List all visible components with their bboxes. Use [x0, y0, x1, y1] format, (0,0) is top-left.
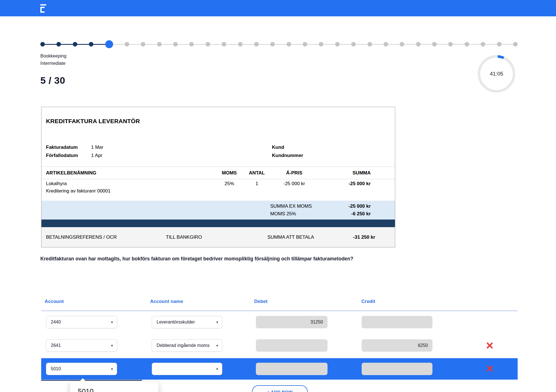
step-dot	[287, 42, 291, 46]
step-connector	[129, 44, 141, 45]
delete-row-button[interactable]	[485, 364, 495, 374]
step-dot-current	[105, 40, 113, 48]
fakturadatum-label: Fakturadatum	[46, 143, 91, 151]
item-name: Lokalhyra	[46, 181, 215, 187]
step-connector	[372, 44, 384, 45]
step-connector	[93, 44, 105, 45]
chevron-down-icon: ▼	[111, 367, 113, 371]
account-dropdown-popup: 5010	[70, 381, 159, 392]
debet-input[interactable]	[256, 339, 328, 352]
question-text: Kreditfakturan ovan har mottagits, hur b…	[40, 256, 449, 262]
add-row-button[interactable]: + ADD ROW	[252, 385, 308, 392]
account-name-select[interactable]: ▼	[152, 363, 222, 375]
timer-value: 41:05	[476, 54, 517, 94]
summa-ex-moms-value: -25 000 kr	[318, 203, 390, 209]
open-select-underline	[41, 380, 142, 381]
step-connector	[421, 44, 432, 45]
credit-input[interactable]	[362, 339, 432, 352]
invoice-fields: Fakturadatum 1 Mar Kund Förfallodatum 1 …	[46, 143, 390, 160]
answer-table: Account Account name Debet Credit 2440 ▼…	[41, 298, 518, 311]
chevron-down-icon: ▼	[216, 321, 219, 324]
item-summa: -25 000 kr	[318, 181, 390, 187]
column-header-debet: Debet	[254, 299, 267, 304]
chevron-down-icon: ▼	[216, 344, 219, 347]
account-name-select-value: Leverantörsskulder	[157, 320, 195, 325]
step-dot	[89, 42, 93, 46]
step-connector	[340, 44, 351, 45]
chevron-down-icon: ▼	[216, 367, 219, 371]
summa-att-betala-value: -31 250 kr	[353, 234, 375, 240]
invoice-line-item: Lokalhyra Kreditering av fakturanr 00001…	[41, 181, 395, 194]
col-summa: SUMMA	[318, 170, 390, 176]
step-dot	[351, 42, 356, 46]
step-dot	[73, 42, 77, 46]
step-connector	[307, 44, 319, 45]
invoice-title: KREDITFAKTURA LEVERANTÖR	[46, 118, 140, 125]
column-header-account: Account	[45, 299, 64, 304]
step-dot	[335, 42, 340, 46]
step-connector	[404, 44, 416, 45]
question-counter: 5 / 30	[40, 75, 65, 86]
col-apris: Á-PRIS	[270, 170, 318, 176]
step-dot	[141, 42, 145, 46]
step-dot	[173, 42, 178, 46]
step-connector	[275, 44, 286, 45]
step-dot	[303, 42, 307, 46]
step-connector	[77, 44, 89, 45]
account-name-select[interactable]: Debiterad ingående moms ▼	[152, 339, 222, 352]
step-connector	[210, 44, 222, 45]
forfallodatum-label: Förfallodatum	[46, 151, 91, 160]
step-dot	[40, 42, 45, 46]
column-header-credit: Credit	[361, 299, 375, 304]
step-connector	[45, 44, 56, 45]
step-dot	[448, 42, 453, 46]
step-connector	[502, 44, 513, 45]
account-select[interactable]: 2440 ▼	[46, 316, 117, 328]
moms-label: MOMS 25%	[270, 211, 318, 217]
chevron-down-icon: ▼	[111, 321, 113, 324]
credit-input[interactable]	[362, 363, 432, 375]
stepper	[40, 40, 518, 49]
x-icon	[486, 342, 493, 349]
step-dot	[432, 42, 437, 46]
step-dot	[513, 42, 518, 46]
step-dot	[481, 42, 485, 46]
chevron-down-icon: ▼	[111, 344, 113, 347]
app-logo-icon	[40, 4, 48, 13]
credit-input[interactable]	[362, 316, 432, 328]
debet-input[interactable]	[256, 316, 328, 328]
step-connector	[178, 44, 189, 45]
delete-row-button[interactable]	[485, 341, 495, 351]
moms-value: -6 250 kr	[318, 211, 390, 217]
step-connector	[145, 44, 157, 45]
step-dot	[56, 42, 61, 46]
step-dot	[497, 42, 502, 46]
timer: 41:05	[476, 54, 517, 94]
invoice-summary: SUMMA EX MOMS -25 000 kr MOMS 25% -6 250…	[41, 201, 395, 220]
step-connector	[437, 44, 448, 45]
step-dot	[319, 42, 323, 46]
header-divider	[41, 311, 518, 311]
step-dot	[270, 42, 275, 46]
account-name-select-value: Debiterad ingående moms	[157, 343, 210, 348]
col-moms: MOMS	[215, 170, 243, 176]
step-connector	[485, 44, 497, 45]
answer-row-selected: 5010 ▼ ▼	[41, 358, 518, 380]
step-dot	[125, 42, 129, 46]
column-header-account-name: Account name	[150, 299, 183, 304]
kundnummer-label: Kundnummer	[272, 151, 317, 160]
account-select[interactable]: 2641 ▼	[46, 339, 117, 352]
step-dot	[416, 42, 421, 46]
step-dot	[206, 42, 210, 46]
account-name-select[interactable]: Leverantörsskulder ▼	[152, 316, 222, 328]
account-select-value: 5010	[51, 366, 61, 371]
ocr-label: BETALNINGSREFERENS / OCR	[46, 234, 117, 240]
step-connector	[162, 44, 173, 45]
step-dot	[254, 42, 259, 46]
invoice-footer: BETALNINGSREFERENS / OCR TILL BANKGIRO S…	[41, 227, 395, 247]
account-select-value: 2440	[51, 320, 61, 325]
account-select-open[interactable]: 5010 ▼	[46, 363, 117, 375]
step-connector	[356, 44, 367, 45]
step-connector	[291, 44, 303, 45]
debet-input[interactable]	[256, 363, 328, 375]
